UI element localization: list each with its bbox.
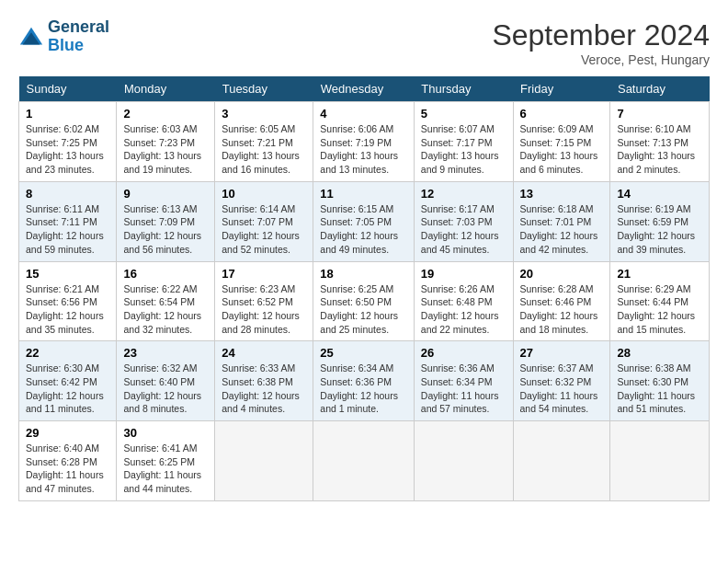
table-row: 3 Sunrise: 6:05 AMSunset: 7:21 PMDayligh… [215,102,313,182]
table-row: 18 Sunrise: 6:25 AMSunset: 6:50 PMDaylig… [313,261,414,341]
day-info: Sunrise: 6:41 AMSunset: 6:25 PMDaylight:… [123,442,201,494]
day-number: 10 [222,187,306,201]
day-info: Sunrise: 6:38 AMSunset: 6:30 PMDaylight:… [617,362,695,414]
table-row: 11 Sunrise: 6:15 AMSunset: 7:05 PMDaylig… [313,181,414,261]
day-number: 26 [421,346,506,360]
table-row [610,421,710,501]
table-row: 29 Sunrise: 6:40 AMSunset: 6:28 PMDaylig… [19,421,117,501]
day-info: Sunrise: 6:09 AMSunset: 7:15 PMDaylight:… [520,123,598,175]
day-number: 15 [26,267,109,281]
day-number: 19 [421,267,506,281]
day-number: 7 [617,107,702,121]
day-info: Sunrise: 6:17 AMSunset: 7:03 PMDaylight:… [421,203,499,255]
day-number: 11 [320,187,406,201]
location-subtitle: Veroce, Pest, Hungary [492,52,710,67]
table-row: 12 Sunrise: 6:17 AMSunset: 7:03 PMDaylig… [414,181,513,261]
day-number: 17 [222,267,306,281]
day-info: Sunrise: 6:37 AMSunset: 6:32 PMDaylight:… [520,362,598,414]
table-row: 6 Sunrise: 6:09 AMSunset: 7:15 PMDayligh… [513,102,610,182]
table-row [513,421,610,501]
col-wednesday: Wednesday [313,76,414,102]
day-info: Sunrise: 6:40 AMSunset: 6:28 PMDaylight:… [26,442,104,494]
col-monday: Monday [117,76,215,102]
table-row: 9 Sunrise: 6:13 AMSunset: 7:09 PMDayligh… [117,181,215,261]
table-row [313,421,414,501]
day-number: 13 [520,187,604,201]
calendar-week-row: 29 Sunrise: 6:40 AMSunset: 6:28 PMDaylig… [19,421,710,501]
day-number: 6 [520,107,604,121]
logo-icon [18,24,44,50]
day-number: 14 [617,187,702,201]
month-title: September 2024 [492,18,710,52]
logo-text: General Blue [48,18,109,55]
table-row: 27 Sunrise: 6:37 AMSunset: 6:32 PMDaylig… [513,341,610,421]
page-header: General Blue September 2024 Veroce, Pest… [18,18,710,67]
day-info: Sunrise: 6:15 AMSunset: 7:05 PMDaylight:… [320,203,398,255]
table-row: 10 Sunrise: 6:14 AMSunset: 7:07 PMDaylig… [215,181,313,261]
table-row: 2 Sunrise: 6:03 AMSunset: 7:23 PMDayligh… [117,102,215,182]
day-number: 2 [123,107,208,121]
table-row: 22 Sunrise: 6:30 AMSunset: 6:42 PMDaylig… [19,341,117,421]
title-block: September 2024 Veroce, Pest, Hungary [492,18,710,67]
day-info: Sunrise: 6:21 AMSunset: 6:56 PMDaylight:… [26,283,104,335]
day-info: Sunrise: 6:25 AMSunset: 6:50 PMDaylight:… [320,283,398,335]
day-info: Sunrise: 6:18 AMSunset: 7:01 PMDaylight:… [520,203,598,255]
col-friday: Friday [513,76,610,102]
day-info: Sunrise: 6:07 AMSunset: 7:17 PMDaylight:… [421,123,499,175]
day-number: 29 [26,426,109,440]
table-row: 5 Sunrise: 6:07 AMSunset: 7:17 PMDayligh… [414,102,513,182]
table-row: 14 Sunrise: 6:19 AMSunset: 6:59 PMDaylig… [610,181,710,261]
day-number: 16 [123,267,208,281]
table-row: 4 Sunrise: 6:06 AMSunset: 7:19 PMDayligh… [313,102,414,182]
day-number: 4 [320,107,406,121]
table-row: 23 Sunrise: 6:32 AMSunset: 6:40 PMDaylig… [117,341,215,421]
day-info: Sunrise: 6:34 AMSunset: 6:36 PMDaylight:… [320,362,398,414]
col-saturday: Saturday [610,76,710,102]
day-info: Sunrise: 6:36 AMSunset: 6:34 PMDaylight:… [421,362,499,414]
table-row: 28 Sunrise: 6:38 AMSunset: 6:30 PMDaylig… [610,341,710,421]
day-info: Sunrise: 6:02 AMSunset: 7:25 PMDaylight:… [26,123,104,175]
table-row: 21 Sunrise: 6:29 AMSunset: 6:44 PMDaylig… [610,261,710,341]
day-info: Sunrise: 6:28 AMSunset: 6:46 PMDaylight:… [520,283,598,335]
calendar-week-row: 15 Sunrise: 6:21 AMSunset: 6:56 PMDaylig… [19,261,710,341]
day-info: Sunrise: 6:32 AMSunset: 6:40 PMDaylight:… [123,362,201,414]
day-number: 18 [320,267,406,281]
day-info: Sunrise: 6:23 AMSunset: 6:52 PMDaylight:… [222,283,300,335]
calendar-week-row: 1 Sunrise: 6:02 AMSunset: 7:25 PMDayligh… [19,102,710,182]
col-thursday: Thursday [414,76,513,102]
day-info: Sunrise: 6:22 AMSunset: 6:54 PMDaylight:… [123,283,201,335]
table-row: 8 Sunrise: 6:11 AMSunset: 7:11 PMDayligh… [19,181,117,261]
table-row: 30 Sunrise: 6:41 AMSunset: 6:25 PMDaylig… [117,421,215,501]
day-info: Sunrise: 6:05 AMSunset: 7:21 PMDaylight:… [222,123,300,175]
day-info: Sunrise: 6:06 AMSunset: 7:19 PMDaylight:… [320,123,398,175]
table-row: 19 Sunrise: 6:26 AMSunset: 6:48 PMDaylig… [414,261,513,341]
day-number: 9 [123,187,208,201]
day-number: 1 [26,107,109,121]
table-row: 15 Sunrise: 6:21 AMSunset: 6:56 PMDaylig… [19,261,117,341]
day-number: 8 [26,187,109,201]
day-number: 21 [617,267,702,281]
table-row: 13 Sunrise: 6:18 AMSunset: 7:01 PMDaylig… [513,181,610,261]
logo: General Blue [18,18,109,55]
day-info: Sunrise: 6:26 AMSunset: 6:48 PMDaylight:… [421,283,499,335]
day-info: Sunrise: 6:19 AMSunset: 6:59 PMDaylight:… [617,203,695,255]
day-number: 23 [123,346,208,360]
day-number: 30 [123,426,208,440]
day-info: Sunrise: 6:03 AMSunset: 7:23 PMDaylight:… [123,123,201,175]
table-row: 16 Sunrise: 6:22 AMSunset: 6:54 PMDaylig… [117,261,215,341]
day-info: Sunrise: 6:33 AMSunset: 6:38 PMDaylight:… [222,362,300,414]
calendar-header-row: Sunday Monday Tuesday Wednesday Thursday… [19,76,710,102]
day-number: 28 [617,346,702,360]
col-tuesday: Tuesday [215,76,313,102]
day-info: Sunrise: 6:10 AMSunset: 7:13 PMDaylight:… [617,123,695,175]
calendar-table: Sunday Monday Tuesday Wednesday Thursday… [18,76,710,501]
table-row: 20 Sunrise: 6:28 AMSunset: 6:46 PMDaylig… [513,261,610,341]
day-number: 12 [421,187,506,201]
table-row: 7 Sunrise: 6:10 AMSunset: 7:13 PMDayligh… [610,102,710,182]
day-number: 3 [222,107,306,121]
table-row: 1 Sunrise: 6:02 AMSunset: 7:25 PMDayligh… [19,102,117,182]
day-info: Sunrise: 6:30 AMSunset: 6:42 PMDaylight:… [26,362,104,414]
table-row: 24 Sunrise: 6:33 AMSunset: 6:38 PMDaylig… [215,341,313,421]
day-number: 5 [421,107,506,121]
table-row: 25 Sunrise: 6:34 AMSunset: 6:36 PMDaylig… [313,341,414,421]
